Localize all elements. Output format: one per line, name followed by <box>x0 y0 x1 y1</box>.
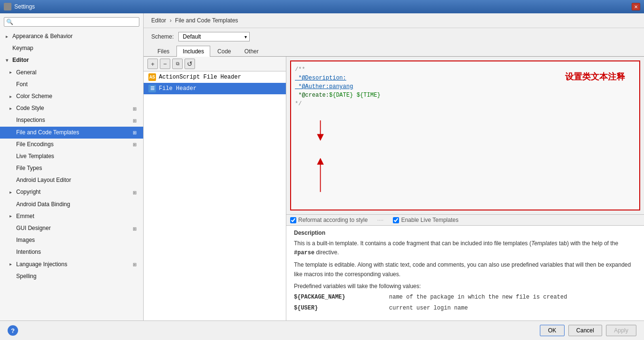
sidebar-item-live-templates[interactable]: Live Templates <box>0 150 143 162</box>
content-area: Editor › File and Code Templates Scheme:… <box>144 13 644 320</box>
code-editor[interactable]: /** *@Desoription: *@Auther:panyang *@cr… <box>290 60 640 210</box>
description-title: Description <box>294 230 636 236</box>
copy-icon: ⊞ <box>133 141 139 148</box>
tab-files[interactable]: Files <box>151 46 176 57</box>
chevron-right-icon <box>10 260 15 268</box>
code-line: *@Auther:panyang <box>295 82 635 91</box>
sidebar-item-label: Keymap <box>12 44 33 53</box>
search-bar[interactable]: 🔍 <box>4 17 139 27</box>
sidebar-item-label: Emmet <box>16 212 34 221</box>
cancel-button[interactable]: Cancel <box>568 325 602 336</box>
sidebar-item-label: File Types <box>16 164 42 173</box>
title-bar: Settings ✕ <box>0 0 644 13</box>
tab-other[interactable]: Other <box>238 46 265 57</box>
chevron-right-icon <box>10 69 15 76</box>
file-items-list: AS ActionScript File Header ☰ File Heade… <box>144 71 286 320</box>
var-user-desc: current user login name <box>389 304 468 313</box>
sidebar: 🔍 Appearance & Behavior Keymap Editor Ge… <box>0 13 144 320</box>
sidebar-item-spelling[interactable]: Spelling <box>0 270 143 282</box>
breadcrumb-part1: Editor <box>151 17 166 24</box>
sidebar-item-file-code-templates[interactable]: File and Code Templates ⊞ <box>0 127 143 139</box>
sidebar-item-label: Appearance & Behavior <box>12 32 73 41</box>
file-item-label: File Header <box>159 85 196 92</box>
apply-button[interactable]: Apply <box>606 325 636 336</box>
code-line: *@create:${DATE} ${TIME} <box>295 91 635 100</box>
sidebar-item-label: Live Templates <box>16 152 54 161</box>
sidebar-item-label: Editor <box>12 56 29 65</box>
as-icon: AS <box>148 73 156 81</box>
sidebar-item-code-style[interactable]: Code Style ⊞ <box>0 102 143 114</box>
search-icon: 🔍 <box>6 19 13 25</box>
chevron-right-icon <box>10 212 15 220</box>
sidebar-item-editor[interactable]: Editor <box>0 54 143 66</box>
live-templates-checkbox[interactable] <box>393 217 399 223</box>
description-panel: Description This is a built-in template.… <box>286 225 644 320</box>
sidebar-item-label: Android Layout Editor <box>16 176 71 185</box>
sidebar-item-android-binding[interactable]: Android Data Binding <box>0 199 143 210</box>
copy-template-button[interactable]: ⧉ <box>172 59 183 69</box>
sidebar-item-label: Code Style <box>16 104 44 113</box>
sidebar-item-general[interactable]: General <box>0 67 143 79</box>
tabs-bar: Files Includes Code Other <box>144 45 644 57</box>
chevron-down-icon <box>6 57 11 64</box>
sidebar-item-android-layout[interactable]: Android Layout Editor <box>0 174 143 186</box>
reformat-checkbox[interactable] <box>290 217 296 223</box>
sidebar-item-label: Images <box>16 236 35 245</box>
copy-icon: ⊞ <box>133 225 139 232</box>
sidebar-item-label: Color Scheme <box>16 92 52 101</box>
ok-button[interactable]: OK <box>540 325 564 336</box>
sidebar-item-label: Intentions <box>16 248 41 257</box>
chevron-right-icon <box>10 189 15 196</box>
scheme-select[interactable]: Default Project <box>178 32 250 41</box>
copy-icon: ⊞ <box>133 129 139 136</box>
copy-icon: ⊞ <box>133 261 139 268</box>
file-item-label: ActionScript File Header <box>159 74 241 80</box>
sidebar-item-gui-designer[interactable]: GUI Designer ⊞ <box>0 222 143 234</box>
sidebar-item-label: File and Code Templates <box>16 128 79 137</box>
breadcrumb: Editor › File and Code Templates <box>144 13 644 28</box>
sidebar-item-inspections[interactable]: Inspections ⊞ <box>0 114 143 126</box>
list-item[interactable]: AS ActionScript File Header <box>144 71 286 83</box>
add-button[interactable]: + <box>147 59 158 69</box>
file-toolbar: + − ⧉ ↺ <box>144 57 286 71</box>
sidebar-item-emmet[interactable]: Emmet <box>0 210 143 222</box>
sidebar-item-label: Spelling <box>16 272 37 281</box>
sidebar-item-label: Language Injections <box>16 260 67 269</box>
scheme-row: Scheme: Default Project <box>144 28 644 45</box>
breadcrumb-part2: File and Code Templates <box>175 17 238 24</box>
reformat-label: Reformat according to style <box>298 217 368 223</box>
sidebar-item-images[interactable]: Images <box>0 234 143 246</box>
sidebar-item-copyright[interactable]: Copyright ⊞ <box>0 186 143 198</box>
chevron-right-icon <box>10 105 15 112</box>
search-input[interactable] <box>15 19 137 25</box>
live-templates-checkbox-row: Enable Live Templates <box>393 217 459 223</box>
copy-icon: ⊞ <box>133 117 139 124</box>
editor-footer: Reformat according to style ···· Enable … <box>286 214 644 225</box>
remove-button[interactable]: − <box>160 59 170 69</box>
copy-icon: ⊞ <box>133 105 139 112</box>
sidebar-item-label: File Encodings <box>16 140 54 149</box>
sidebar-item-file-types[interactable]: File Types <box>0 162 143 174</box>
sidebar-item-intentions[interactable]: Intentions <box>0 246 143 258</box>
sidebar-item-language-injections[interactable]: Language Injections ⊞ <box>0 259 143 270</box>
breadcrumb-arrow: › <box>170 17 172 24</box>
var-package-name: ${PACKAGE_NAME} <box>294 293 380 302</box>
refresh-button[interactable]: ↺ <box>185 59 195 69</box>
tab-code[interactable]: Code <box>211 46 237 57</box>
list-item[interactable]: ☰ File Header <box>144 83 286 94</box>
chevron-right-icon <box>10 93 15 100</box>
sidebar-item-file-encodings[interactable]: File Encodings ⊞ <box>0 139 143 150</box>
sidebar-item-font[interactable]: Font <box>0 79 143 90</box>
annotation-text: 设置类文本注释 <box>565 71 625 82</box>
sidebar-item-appearance[interactable]: Appearance & Behavior <box>0 30 143 42</box>
description-text: This is a built-in template. It contains… <box>294 239 636 313</box>
sidebar-item-label: GUI Designer <box>16 224 51 233</box>
sidebar-item-color-scheme[interactable]: Color Scheme <box>0 90 143 102</box>
sidebar-item-label: Android Data Binding <box>16 200 70 209</box>
close-button[interactable]: ✕ <box>632 3 640 10</box>
sidebar-item-keymap[interactable]: Keymap <box>0 42 143 54</box>
header-icon: ☰ <box>148 85 156 92</box>
tab-includes[interactable]: Includes <box>176 46 210 57</box>
help-button[interactable]: ? <box>8 325 18 336</box>
file-list-panel: + − ⧉ ↺ AS ActionScript File Header ☰ Fi… <box>144 57 286 320</box>
